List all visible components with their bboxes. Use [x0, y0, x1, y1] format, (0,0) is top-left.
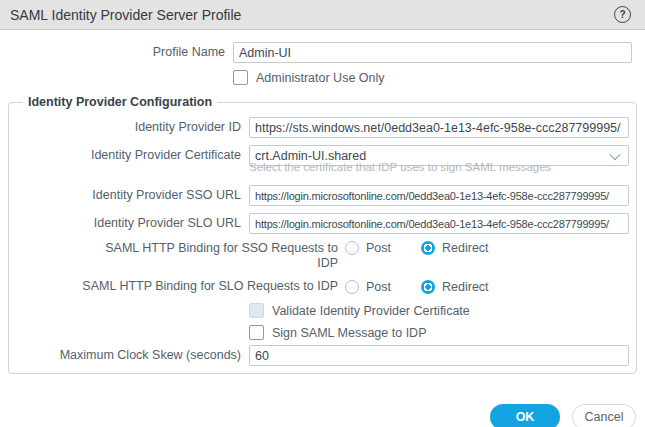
ok-button[interactable]: OK: [490, 404, 560, 427]
slo-binding-post-radio[interactable]: Post: [345, 280, 391, 294]
sso-url-label: Identity Provider SSO URL: [16, 188, 241, 203]
slo-binding-redirect-radio[interactable]: Redirect: [421, 280, 489, 294]
slo-binding-row: SAML HTTP Binding for SLO Requests to ID…: [16, 279, 629, 294]
dialog-title: SAML Identity Provider Server Profile: [10, 7, 241, 23]
administrator-use-only-checkbox[interactable]: Administrator Use Only: [233, 70, 632, 85]
identity-provider-configuration-section: Identity Provider Configuration Identity…: [8, 95, 637, 374]
sso-binding-row: SAML HTTP Binding for SSO Requests to ID…: [16, 241, 629, 271]
slo-binding-radio-group: Post Redirect: [345, 280, 629, 294]
validate-certificate-checkbox[interactable]: Validate Identity Provider Certificate: [249, 303, 629, 318]
max-clock-skew-input[interactable]: [249, 345, 629, 366]
slo-url-input[interactable]: [249, 213, 629, 234]
sign-saml-message-label: Sign SAML Message to IDP: [272, 326, 426, 340]
post-label: Post: [366, 241, 391, 255]
certificate-hint: Select the certificate that IDP uses to …: [249, 161, 629, 173]
slo-binding-label: SAML HTTP Binding for SLO Requests to ID…: [16, 279, 338, 294]
section-legend: Identity Provider Configuration: [23, 95, 217, 109]
sso-url-input[interactable]: [249, 185, 629, 206]
profile-name-row: Profile Name: [0, 42, 632, 63]
cancel-button[interactable]: Cancel: [572, 404, 636, 427]
identity-provider-certificate-label: Identity Provider Certificate: [16, 148, 241, 163]
dialog-footer: OK Cancel: [0, 404, 636, 427]
profile-name-label: Profile Name: [0, 45, 225, 60]
slo-url-label: Identity Provider SLO URL: [16, 216, 241, 231]
radio-selected-icon: [421, 241, 435, 255]
max-clock-skew-label: Maximum Clock Skew (seconds): [16, 348, 241, 363]
validate-certificate-row: Validate Identity Provider Certificate: [16, 303, 629, 318]
admin-use-only-row: Administrator Use Only: [0, 70, 632, 85]
checkbox-icon: [249, 325, 264, 340]
max-clock-skew-row: Maximum Clock Skew (seconds): [16, 345, 629, 366]
help-icon[interactable]: ?: [614, 6, 631, 23]
sign-saml-message-checkbox[interactable]: Sign SAML Message to IDP: [249, 325, 629, 340]
profile-name-input[interactable]: [233, 42, 632, 63]
radio-selected-icon: [421, 280, 435, 294]
radio-icon: [345, 241, 359, 255]
redirect-label: Redirect: [442, 241, 489, 255]
sso-binding-label: SAML HTTP Binding for SSO Requests to ID…: [90, 241, 338, 271]
dialog-body: Profile Name Administrator Use Only Iden…: [0, 30, 645, 427]
validate-certificate-label: Validate Identity Provider Certificate: [272, 304, 470, 318]
dialog-titlebar: SAML Identity Provider Server Profile ?: [0, 0, 645, 30]
sso-binding-redirect-radio[interactable]: Redirect: [421, 241, 489, 255]
identity-provider-id-input[interactable]: [249, 117, 629, 138]
identity-provider-id-label: Identity Provider ID: [16, 120, 241, 135]
identity-provider-id-row: Identity Provider ID: [16, 117, 629, 138]
checkbox-icon: [233, 70, 248, 85]
sign-saml-message-row: Sign SAML Message to IDP: [16, 325, 629, 340]
chevron-down-icon: [609, 148, 620, 159]
redirect-label: Redirect: [442, 280, 489, 294]
checkbox-disabled-icon: [249, 303, 264, 318]
sso-url-row: Identity Provider SSO URL: [16, 185, 629, 206]
sso-binding-post-radio[interactable]: Post: [345, 241, 391, 255]
radio-icon: [345, 280, 359, 294]
administrator-use-only-label: Administrator Use Only: [256, 71, 385, 85]
slo-url-row: Identity Provider SLO URL: [16, 213, 629, 234]
post-label: Post: [366, 280, 391, 294]
sso-binding-radio-group: Post Redirect: [345, 241, 629, 255]
